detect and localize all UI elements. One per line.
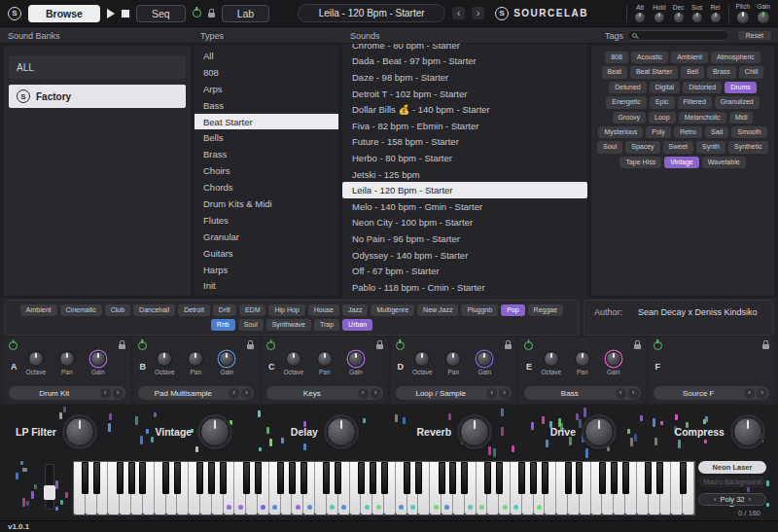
source-selector[interactable]: Pad Multisample‹› — [138, 386, 255, 400]
sound-item[interactable]: Detroit T - 102 bpm - Starter — [342, 86, 587, 102]
lock-icon[interactable] — [247, 344, 254, 349]
source-selector[interactable]: Source F‹› — [654, 386, 770, 400]
type-item[interactable]: Chords — [194, 179, 338, 195]
knob[interactable] — [544, 351, 559, 367]
sound-item[interactable]: Future - 158 bpm - Starter — [342, 134, 587, 151]
knob[interactable] — [28, 351, 44, 367]
tag-chip[interactable]: Tape Hiss — [619, 157, 661, 168]
env-knob-dec[interactable]: Dec — [673, 4, 685, 23]
genre-chip[interactable]: Reggae — [528, 304, 564, 316]
bank-item-all[interactable]: ALL — [9, 55, 186, 79]
genre-chip[interactable]: Multigenre — [371, 304, 414, 316]
power-icon[interactable] — [193, 9, 201, 18]
channel-knob-gain[interactable]: Gain — [598, 351, 629, 375]
black-key[interactable] — [277, 462, 284, 494]
knob[interactable] — [736, 11, 750, 24]
chevron-right-icon[interactable]: › — [113, 388, 124, 399]
channel-knob-pan[interactable]: Pan — [567, 351, 598, 375]
piano-keyboard[interactable] — [73, 461, 695, 515]
black-key[interactable] — [370, 462, 376, 494]
black-key[interactable] — [255, 462, 262, 494]
lock-icon[interactable] — [505, 344, 512, 349]
black-key[interactable] — [461, 462, 468, 494]
genre-chip[interactable]: Pop — [501, 304, 524, 316]
browse-button[interactable]: Browse — [28, 5, 100, 22]
black-key[interactable] — [243, 462, 250, 494]
tag-chip[interactable]: Groovy — [613, 112, 647, 124]
genre-chip[interactable]: Detroit — [178, 304, 210, 316]
tag-chip[interactable]: Beat Starter — [630, 66, 678, 78]
tag-chip[interactable]: Energetic — [606, 96, 647, 108]
type-item[interactable]: Drum Kits & Midi — [194, 195, 338, 212]
black-key[interactable] — [82, 462, 88, 494]
genre-chip[interactable]: Hip Hop — [268, 304, 304, 316]
channel-strip-b[interactable]: BOctavePanGainPad Multisample‹› — [133, 337, 260, 404]
play-icon[interactable] — [107, 9, 115, 18]
knob[interactable] — [584, 417, 614, 446]
channel-knob-gain[interactable]: Gain — [469, 351, 500, 375]
genre-chip[interactable]: Club — [105, 304, 130, 316]
chevron-right-icon[interactable]: › — [499, 388, 510, 399]
genre-chip[interactable]: Cinematic — [60, 304, 102, 316]
channel-strip-d[interactable]: DOctavePanGainLoop / Sample‹› — [391, 337, 517, 404]
genre-chip[interactable]: Synthwave — [266, 319, 311, 331]
black-key[interactable] — [93, 462, 100, 494]
black-key[interactable] — [208, 462, 215, 494]
sound-item[interactable]: Leila - 120 Bpm - Starter — [342, 182, 587, 198]
tag-chip[interactable]: Poly — [646, 126, 671, 138]
knob[interactable] — [59, 351, 75, 367]
genre-chip[interactable]: House — [308, 304, 339, 316]
tag-chip[interactable]: Distorted — [683, 82, 722, 93]
lab-button[interactable]: Lab — [222, 5, 270, 22]
channel-knob-pan[interactable]: Pan — [309, 351, 340, 375]
knob[interactable] — [348, 351, 364, 367]
preset-next-icon[interactable]: › — [472, 7, 484, 19]
env-knob-hold[interactable]: Hold — [653, 4, 665, 23]
seq-button[interactable]: Seq — [136, 5, 186, 22]
tag-chip[interactable]: Acoustic — [631, 52, 668, 63]
source-selector[interactable]: Keys‹› — [266, 386, 383, 400]
tag-chip[interactable]: Melancholic — [679, 112, 726, 124]
tag-chip[interactable]: Drums — [725, 82, 757, 93]
black-key[interactable] — [530, 462, 537, 494]
knob[interactable] — [634, 12, 646, 23]
chevron-right-icon[interactable]: › — [371, 388, 381, 399]
genre-chip[interactable]: Soul — [238, 319, 264, 331]
type-item[interactable]: Beat Starter — [194, 114, 338, 130]
power-icon[interactable] — [138, 341, 147, 350]
power-icon[interactable] — [396, 341, 405, 350]
tag-chip[interactable]: Epic — [650, 96, 675, 108]
channel-knob-pan[interactable]: Pan — [180, 351, 211, 375]
genre-chip[interactable]: Dancehall — [133, 304, 175, 316]
genre-chip[interactable]: Rnb — [211, 319, 235, 331]
knob[interactable] — [327, 417, 356, 446]
source-selector[interactable]: Drum Kit‹› — [9, 386, 125, 400]
black-key[interactable] — [335, 462, 341, 494]
black-key[interactable] — [439, 462, 445, 494]
source-selector[interactable]: Loop / Sample‹› — [396, 386, 513, 400]
power-icon[interactable] — [654, 341, 662, 350]
lock-icon[interactable] — [119, 344, 125, 349]
channel-strip-f[interactable]: FSource F‹› — [649, 337, 775, 404]
chevron-right-icon[interactable]: › — [749, 495, 752, 504]
knob[interactable] — [414, 351, 430, 367]
mod-fader[interactable] — [45, 464, 54, 510]
type-item[interactable]: 808 — [194, 64, 338, 81]
knob[interactable] — [90, 351, 106, 367]
bank-item-factory[interactable]: SFactory — [9, 85, 186, 108]
preset-selector[interactable]: Leila - 120 Bpm - Starter — [298, 4, 445, 22]
knob[interactable] — [733, 417, 762, 446]
knob[interactable] — [445, 351, 461, 367]
channel-knob-pan[interactable]: Pan — [438, 351, 469, 375]
env-knob-att[interactable]: Att — [634, 4, 646, 23]
sound-item[interactable]: Melo - 140 bpm - Gmin - Starter — [342, 198, 587, 215]
env-knob-sus[interactable]: Sus — [691, 4, 703, 23]
black-key[interactable] — [174, 462, 181, 494]
genre-chip[interactable]: Pluggnb — [461, 304, 498, 316]
black-key[interactable] — [323, 462, 330, 494]
black-key[interactable] — [139, 462, 146, 494]
channel-knob-gain[interactable]: Gain — [340, 351, 371, 375]
knob[interactable] — [575, 351, 590, 367]
black-key[interactable] — [358, 462, 365, 494]
black-key[interactable] — [611, 462, 618, 494]
